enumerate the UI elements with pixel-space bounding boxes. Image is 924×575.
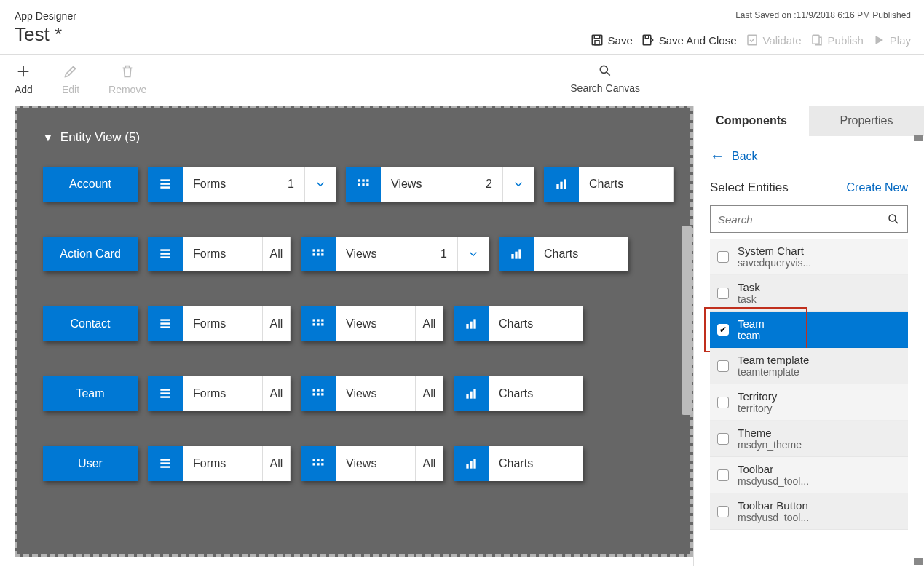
forms-count: All bbox=[263, 237, 291, 271]
forms-tile[interactable]: FormsAll bbox=[148, 446, 291, 481]
charts-tile[interactable]: Charts bbox=[544, 167, 674, 202]
checkbox[interactable] bbox=[717, 288, 729, 299]
svg-rect-35 bbox=[321, 319, 323, 321]
svg-rect-26 bbox=[321, 253, 323, 255]
svg-rect-1 bbox=[595, 41, 599, 45]
views-tile[interactable]: ViewsAll bbox=[301, 306, 443, 341]
save-close-button[interactable]: Save And Close bbox=[641, 33, 737, 47]
select-label: Select Entities bbox=[710, 181, 789, 195]
charts-tile[interactable]: Charts bbox=[454, 446, 583, 481]
right-panel-scroll-top[interactable] bbox=[914, 135, 923, 141]
forms-tile[interactable]: Forms1 bbox=[148, 167, 336, 202]
arrow-left-icon: ← bbox=[710, 148, 724, 164]
svg-rect-8 bbox=[160, 186, 170, 189]
views-icon bbox=[301, 446, 336, 481]
entity-tile[interactable]: Team bbox=[43, 376, 138, 411]
chevron-down-icon[interactable] bbox=[305, 167, 336, 202]
chevron-down-icon[interactable] bbox=[503, 167, 534, 202]
views-tile[interactable]: Views1 bbox=[301, 237, 489, 271]
entity-tile[interactable]: Contact bbox=[43, 306, 138, 341]
svg-rect-60 bbox=[313, 463, 315, 465]
svg-rect-61 bbox=[317, 463, 319, 465]
entity-item[interactable]: Thememsdyn_theme bbox=[710, 421, 908, 457]
forms-label: Forms bbox=[183, 376, 263, 411]
checkbox[interactable] bbox=[717, 360, 729, 372]
validate-button[interactable]: Validate bbox=[746, 33, 802, 47]
section-header[interactable]: ▼ Entity View (5) bbox=[43, 130, 683, 145]
svg-rect-38 bbox=[321, 323, 323, 325]
views-label: Views bbox=[381, 167, 475, 202]
checkbox[interactable] bbox=[717, 506, 729, 518]
charts-icon bbox=[454, 306, 489, 341]
tab-components[interactable]: Components bbox=[694, 106, 809, 136]
checkbox[interactable]: ✔ bbox=[717, 324, 729, 336]
validate-icon bbox=[746, 33, 759, 47]
entity-tile[interactable]: Account bbox=[43, 167, 138, 202]
forms-label: Forms bbox=[183, 306, 263, 341]
canvas-scrollbar[interactable] bbox=[682, 226, 692, 415]
entity-tile[interactable]: Action Card bbox=[43, 237, 138, 271]
charts-tile[interactable]: Charts bbox=[499, 237, 628, 271]
chevron-down-icon[interactable] bbox=[458, 237, 489, 271]
entity-item[interactable]: Team templateteamtemplate bbox=[710, 348, 908, 384]
entity-item[interactable]: Toolbarmsdyusd_tool... bbox=[710, 457, 908, 493]
forms-count: 1 bbox=[277, 167, 305, 202]
charts-icon bbox=[499, 237, 534, 271]
charts-tile[interactable]: Charts bbox=[454, 306, 583, 341]
remove-button[interactable]: Remove bbox=[108, 63, 146, 95]
entity-item[interactable]: Tasktask bbox=[710, 275, 908, 312]
views-icon bbox=[301, 237, 336, 271]
entity-item[interactable]: ✔Teamteam bbox=[710, 312, 908, 348]
entity-item[interactable]: Territoryterritory bbox=[710, 384, 908, 421]
forms-tile[interactable]: FormsAll bbox=[148, 237, 291, 271]
forms-tile[interactable]: FormsAll bbox=[148, 376, 291, 411]
forms-label: Forms bbox=[183, 167, 277, 202]
charts-tile[interactable]: Charts bbox=[454, 376, 583, 411]
forms-count: All bbox=[263, 446, 291, 481]
search-box[interactable] bbox=[710, 205, 908, 233]
checkbox[interactable] bbox=[717, 433, 729, 445]
checkbox[interactable] bbox=[717, 397, 729, 408]
svg-rect-10 bbox=[362, 179, 364, 181]
views-tile[interactable]: Views2 bbox=[346, 167, 534, 202]
charts-icon bbox=[454, 446, 489, 481]
publish-button[interactable]: Publish bbox=[810, 33, 864, 47]
forms-tile[interactable]: FormsAll bbox=[148, 306, 291, 341]
publish-icon bbox=[810, 33, 824, 47]
entity-row: UserFormsAllViewsAllCharts bbox=[43, 446, 683, 481]
search-canvas-button[interactable]: Search Canvas bbox=[570, 63, 640, 95]
save-button[interactable]: Save bbox=[591, 33, 633, 47]
entity-title: Theme bbox=[738, 427, 802, 439]
entity-sub: team bbox=[738, 330, 765, 341]
svg-rect-43 bbox=[160, 392, 170, 394]
save-label: Save bbox=[608, 34, 633, 47]
svg-rect-30 bbox=[160, 319, 170, 321]
svg-rect-52 bbox=[470, 392, 472, 399]
entity-list: ▴ System Chartsavedqueryvis...Tasktask✔T… bbox=[710, 239, 908, 530]
views-tile[interactable]: ViewsAll bbox=[301, 376, 443, 411]
add-button[interactable]: Add bbox=[15, 63, 33, 95]
play-button[interactable]: Play bbox=[872, 33, 911, 47]
entity-item[interactable]: Toolbar Buttonmsdyusd_tool... bbox=[710, 493, 908, 530]
entity-tile[interactable]: User bbox=[43, 446, 138, 481]
edit-button[interactable]: Edit bbox=[62, 63, 79, 95]
checkbox[interactable] bbox=[717, 251, 729, 263]
create-new-link[interactable]: Create New bbox=[847, 181, 908, 194]
views-tile[interactable]: ViewsAll bbox=[301, 446, 443, 481]
save-close-label: Save And Close bbox=[659, 34, 737, 47]
svg-rect-62 bbox=[321, 463, 323, 465]
svg-rect-27 bbox=[511, 254, 513, 259]
entity-row: Action CardFormsAllViews1Charts bbox=[43, 237, 683, 271]
svg-rect-13 bbox=[362, 183, 364, 186]
entity-item[interactable]: System Chartsavedqueryvis... bbox=[710, 239, 908, 275]
entity-title: Toolbar Button bbox=[738, 499, 809, 512]
svg-rect-46 bbox=[317, 389, 319, 391]
search-input[interactable] bbox=[718, 213, 887, 226]
tab-properties[interactable]: Properties bbox=[809, 106, 924, 136]
plus-icon bbox=[15, 63, 31, 79]
charts-label: Charts bbox=[489, 376, 583, 411]
svg-rect-33 bbox=[313, 319, 315, 321]
right-panel-scroll-bottom[interactable] bbox=[914, 558, 923, 565]
back-button[interactable]: ← Back bbox=[694, 136, 924, 170]
checkbox[interactable] bbox=[717, 469, 729, 481]
